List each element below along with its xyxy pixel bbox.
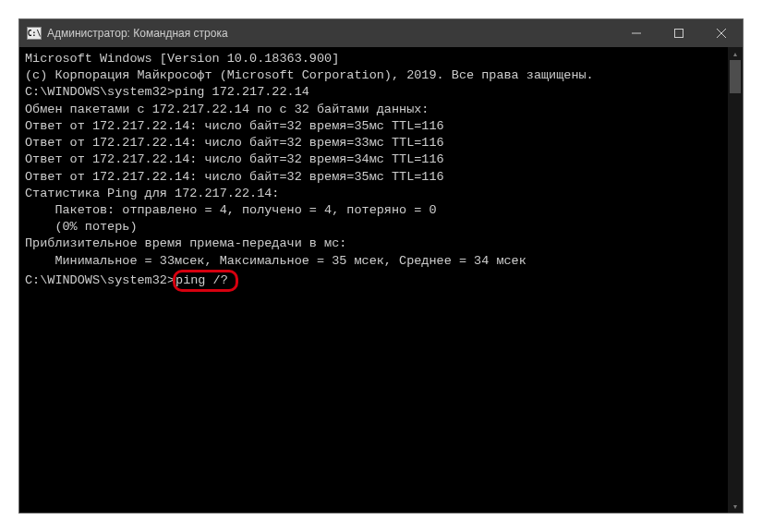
- rtt-values: Минимальное = 33мсек, Максимальное = 35 …: [25, 253, 737, 270]
- stats-loss: (0% потерь): [25, 219, 737, 236]
- scroll-up-arrow-icon[interactable]: ▴: [728, 47, 743, 60]
- reply-line: Ответ от 172.217.22.14: число байт=32 вр…: [25, 169, 737, 186]
- exchange-line: Обмен пакетами с 172.217.22.14 по с 32 б…: [25, 102, 737, 118]
- close-button[interactable]: [700, 19, 743, 47]
- maximize-button[interactable]: [658, 19, 700, 47]
- reply-line: Ответ от 172.217.22.14: число байт=32 вр…: [25, 151, 737, 168]
- copyright-line: (c) Корпорация Майкрософт (Microsoft Cor…: [25, 67, 737, 84]
- reply-line: Ответ от 172.217.22.14: число байт=32 вр…: [25, 135, 737, 151]
- maximize-icon: [674, 29, 683, 38]
- titlebar[interactable]: C:\ Администратор: Командная строка: [19, 19, 743, 47]
- svg-rect-1: [675, 30, 683, 38]
- prompt-path: C:\WINDOWS\system32>: [25, 273, 175, 287]
- prompt-line-1: C:\WINDOWS\system32>ping 172.217.22.14: [25, 84, 737, 101]
- stats-packets: Пакетов: отправлено = 4, получено = 4, п…: [25, 202, 737, 219]
- window-title: Администратор: Командная строка: [47, 27, 615, 40]
- close-icon: [717, 29, 726, 38]
- scrollbar-thumb[interactable]: [730, 60, 741, 93]
- command-text: ping /?: [175, 273, 228, 287]
- version-line: Microsoft Windows [Version 10.0.18363.90…: [25, 51, 737, 67]
- reply-line: Ответ от 172.217.22.14: число байт=32 вр…: [25, 118, 737, 135]
- scroll-down-arrow-icon[interactable]: ▾: [728, 500, 743, 513]
- prompt-line-2: C:\WINDOWS\system32>ping /?: [25, 270, 737, 292]
- minimize-icon: [632, 29, 641, 38]
- highlighted-command: ping /?: [173, 270, 238, 292]
- command-text: ping 172.217.22.14: [175, 85, 309, 99]
- vertical-scrollbar[interactable]: ▴ ▾: [728, 47, 743, 513]
- rtt-header: Приблизительное время приема-передачи в …: [25, 236, 737, 252]
- stats-header: Статистика Ping для 172.217.22.14:: [25, 186, 737, 202]
- cmd-icon: C:\: [27, 27, 42, 40]
- prompt-path: C:\WINDOWS\system32>: [25, 85, 175, 99]
- minimize-button[interactable]: [615, 19, 658, 47]
- terminal-output[interactable]: Microsoft Windows [Version 10.0.18363.90…: [19, 47, 743, 513]
- window-controls: [615, 19, 743, 47]
- cmd-window: C:\ Администратор: Командная строка Micr…: [18, 18, 744, 514]
